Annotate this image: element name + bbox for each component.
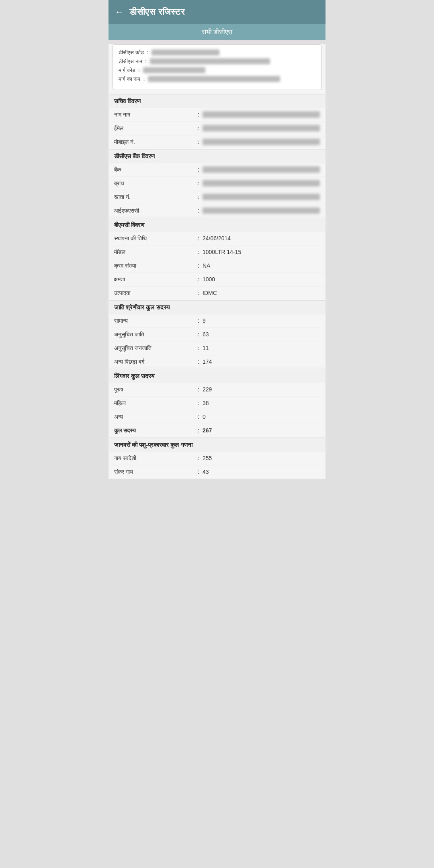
info-value-bmcs-2: NA — [203, 262, 320, 269]
info-colon-bmcs-1: : — [194, 249, 203, 255]
info-label-gender-2: अन्य — [114, 414, 194, 420]
info-value-sachiv-0: XXXXXXXXXXXXXXXXX — [203, 111, 320, 118]
info-row-bmcs-2: क्रम संख्या:NA — [108, 259, 326, 273]
info-row-bank-0: बैंक:XXXXXXXXXXXXXXXXX — [108, 163, 326, 177]
info-row-caste-1: अनुसूचित जाति:63 — [108, 328, 326, 342]
info-label-animals-0: गाय स्वदेशी — [114, 455, 194, 462]
route-name-label: मार्ग का नाम — [119, 76, 140, 82]
info-label-bank-3: आईएफएससी — [114, 207, 194, 214]
info-row-sachiv-1: ईमेल:XXXXXXXXXXXXXXXXX — [108, 122, 326, 135]
info-colon-caste-0: : — [194, 317, 203, 324]
info-colon-caste-3: : — [194, 358, 203, 365]
info-row-gender-3: कुल सदस्य:267 — [108, 424, 326, 438]
info-label-sachiv-1: ईमेल — [114, 125, 194, 132]
info-value-bank-2: XXXXXXXXXXXXXXXXX — [203, 194, 320, 200]
info-colon-sachiv-0: : — [194, 111, 203, 118]
info-row-sachiv-0: नाम नाम:XXXXXXXXXXXXXXXXX — [108, 108, 326, 122]
route-name-value — [148, 76, 280, 82]
info-colon-caste-2: : — [194, 345, 203, 351]
route-code-row: मार्ग कोड : — [119, 67, 315, 74]
subheader-label: सभी डीसीएस — [202, 28, 233, 36]
info-colon-sachiv-2: : — [194, 139, 203, 145]
info-row-bmcs-4: उत्पादक:IDMC — [108, 287, 326, 300]
info-value-bank-1: XXXXXXXXXXXXXXXXX — [203, 180, 320, 186]
info-colon-gender-2: : — [194, 414, 203, 420]
info-row-animals-1: संकर गाय:43 — [108, 465, 326, 479]
info-colon-sachiv-1: : — [194, 125, 203, 131]
info-label-sachiv-2: मोबाइल नं. — [114, 139, 194, 145]
info-value-animals-0: 255 — [203, 455, 320, 461]
info-value-sachiv-1: XXXXXXXXXXXXXXXXX — [203, 125, 320, 131]
info-label-bmcs-2: क्रम संख्या — [114, 262, 194, 269]
info-value-caste-2: 11 — [203, 345, 320, 351]
info-value-bank-0: XXXXXXXXXXXXXXXXX — [203, 166, 320, 173]
info-label-caste-0: सामान्य — [114, 317, 194, 324]
info-colon-gender-3: : — [194, 427, 203, 434]
info-row-bank-2: खाता नं.:XXXXXXXXXXXXXXXXX — [108, 190, 326, 204]
route-name-colon: : — [143, 76, 145, 82]
dcs-name-row: डीसीएस नाम : — [119, 58, 315, 65]
info-colon-gender-0: : — [194, 386, 203, 393]
info-label-gender-3: कुल सदस्य — [114, 427, 194, 434]
info-label-sachiv-0: नाम नाम — [114, 111, 194, 118]
info-label-bmcs-0: स्थापना की तिथि — [114, 235, 194, 242]
back-icon[interactable]: ← — [115, 7, 124, 17]
info-value-caste-3: 174 — [203, 358, 320, 365]
info-colon-animals-1: : — [194, 469, 203, 475]
section-header-animals: जानवरों की पशु-प्रकारवार कुल गणना — [108, 438, 326, 452]
info-label-gender-0: पुरुष — [114, 386, 194, 393]
info-row-animals-0: गाय स्वदेशी:255 — [108, 452, 326, 465]
section-header-bmcs: बीएमसी विवरण — [108, 218, 326, 232]
info-row-gender-2: अन्य:0 — [108, 410, 326, 424]
info-colon-bmcs-0: : — [194, 235, 203, 242]
section-header-gender: लिंगवार कुल सदस्य — [108, 369, 326, 383]
route-code-value — [143, 67, 205, 73]
header-title: डीसीएस रजिस्टर — [129, 7, 185, 17]
header: ← डीसीएस रजिस्टर — [108, 0, 326, 24]
info-value-bmcs-4: IDMC — [203, 290, 320, 296]
info-row-gender-0: पुरुष:229 — [108, 383, 326, 397]
info-colon-bmcs-3: : — [194, 276, 203, 283]
dcs-code-value — [151, 49, 220, 55]
route-code-label: मार्ग कोड — [119, 67, 135, 73]
info-row-caste-3: अन्य पिछड़ा वर्ग:174 — [108, 355, 326, 369]
info-value-gender-0: 229 — [203, 386, 320, 393]
dcs-code-label: डीसीएस कोड — [119, 49, 144, 55]
info-value-gender-1: 38 — [203, 400, 320, 406]
info-value-animals-1: 43 — [203, 469, 320, 475]
info-label-bank-1: ब्रांच — [114, 180, 194, 187]
info-value-bank-3: XXXXXXXXXXXXXXXXX — [203, 207, 320, 214]
info-colon-animals-0: : — [194, 455, 203, 461]
info-colon-bmcs-2: : — [194, 262, 203, 269]
info-row-caste-0: सामान्य:9 — [108, 314, 326, 328]
info-row-gender-1: महिला:38 — [108, 397, 326, 410]
info-label-gender-1: महिला — [114, 400, 194, 407]
dcs-info-card: डीसीएस कोड : डीसीएस नाम : — [113, 44, 321, 90]
info-value-bmcs-0: 24/06/2014 — [203, 235, 320, 242]
dcs-name-value — [150, 58, 270, 64]
info-colon-bank-3: : — [194, 207, 203, 214]
info-label-caste-3: अन्य पिछड़ा वर्ग — [114, 358, 194, 365]
info-label-bmcs-4: उत्पादक — [114, 290, 194, 297]
info-colon-bank-0: : — [194, 166, 203, 173]
info-colon-bank-1: : — [194, 180, 203, 186]
info-colon-bank-2: : — [194, 194, 203, 200]
info-row-bmcs-3: क्षमता:1000 — [108, 273, 326, 287]
info-value-caste-0: 9 — [203, 317, 320, 324]
info-value-caste-1: 63 — [203, 331, 320, 338]
info-row-bank-1: ब्रांच:XXXXXXXXXXXXXXXXX — [108, 177, 326, 190]
section-header-bank: डीसीएस बैंक विवरण — [108, 149, 326, 163]
info-colon-bmcs-4: : — [194, 290, 203, 296]
route-name-row: मार्ग का नाम : — [119, 76, 315, 82]
info-colon-caste-1: : — [194, 331, 203, 338]
dcs-code-row: डीसीएस कोड : — [119, 49, 315, 56]
info-row-bank-3: आईएफएससी:XXXXXXXXXXXXXXXXX — [108, 204, 326, 218]
info-value-gender-2: 0 — [203, 414, 320, 420]
info-label-bank-0: बैंक — [114, 166, 194, 173]
dcs-code-colon: : — [147, 49, 148, 55]
section-header-sachiv: सचिव विवरण — [108, 94, 326, 108]
info-value-bmcs-3: 1000 — [203, 276, 320, 283]
subheader: सभी डीसीएस — [108, 24, 326, 40]
info-value-bmcs-1: 1000LTR 14-15 — [203, 249, 320, 255]
section-header-caste: जाति श्रेणीवार कुल सदस्य — [108, 300, 326, 314]
